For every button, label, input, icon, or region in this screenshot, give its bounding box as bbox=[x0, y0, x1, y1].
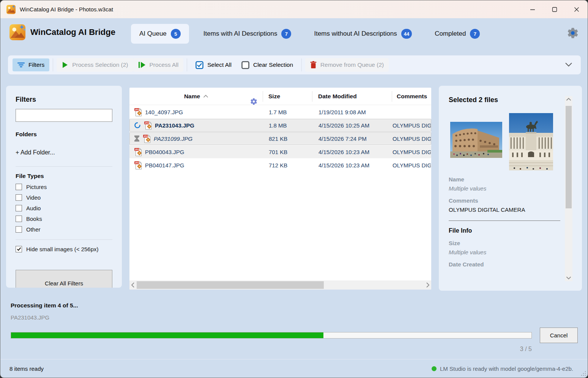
column-header-name[interactable]: Name bbox=[129, 93, 263, 100]
header: WinCatalog AI Bridge AI Queue 5 Items wi… bbox=[0, 18, 588, 49]
scrollbar-thumb[interactable] bbox=[566, 106, 572, 208]
lm-studio-status: LM Studio is ready with model google/gem… bbox=[432, 365, 573, 372]
file-name: PB040147.JPG bbox=[145, 162, 184, 169]
maximize-icon bbox=[552, 7, 557, 12]
filters-button[interactable]: Filters bbox=[13, 58, 49, 71]
date-modified-cell: 4/15/2026 10:23 AM bbox=[313, 149, 393, 155]
progress-bar bbox=[11, 332, 532, 339]
settings-button[interactable] bbox=[566, 27, 579, 39]
column-header-size[interactable]: Size bbox=[263, 93, 312, 100]
checkbox-empty-icon bbox=[16, 194, 22, 201]
process-all-button[interactable]: Process All bbox=[133, 58, 184, 72]
file-name: PB040043.JPG bbox=[145, 149, 184, 155]
comments-cell: OLYMPUS DIGITAL CAMERA bbox=[393, 162, 431, 169]
filetype-audio-checkbox[interactable]: Audio bbox=[16, 205, 112, 211]
name-cell: JPG PB040147.JPG bbox=[130, 161, 263, 170]
tab-completed[interactable]: Completed 7 bbox=[426, 24, 488, 44]
tab-label: Completed bbox=[435, 30, 466, 38]
title-bar: WinCatalog AI Bridge - Photos.w3cat bbox=[0, 0, 588, 18]
select-all-button[interactable]: Select All bbox=[191, 58, 236, 72]
details-panel: Selected 2 files bbox=[439, 86, 582, 291]
column-header-date-modified[interactable]: Date Modified bbox=[312, 93, 392, 100]
filetype-books-checkbox[interactable]: Books bbox=[16, 216, 112, 222]
filetype-other-checkbox[interactable]: Other bbox=[16, 226, 112, 233]
checkbox-empty-icon bbox=[16, 205, 22, 211]
add-folder-button[interactable]: + Add Folder... bbox=[16, 149, 112, 156]
column-divider[interactable] bbox=[263, 91, 263, 102]
toolbar: Filters Process Selection (2) Process Al… bbox=[8, 55, 581, 74]
column-divider[interactable] bbox=[392, 91, 392, 102]
process-all-label: Process All bbox=[150, 61, 179, 68]
details-comments-value: OLYMPUS DIGITAL CAMERA bbox=[449, 206, 560, 213]
table-header: Name Size Date Modified Comments bbox=[129, 88, 431, 105]
checkbox-empty-icon bbox=[241, 61, 249, 69]
table-row[interactable]: JPG PA231099.JPG 821 KB 4/15/2026 7:24 P… bbox=[129, 132, 431, 145]
cancel-button[interactable]: Cancel bbox=[540, 328, 578, 343]
name-cell: JPG PA231043.JPG bbox=[130, 121, 263, 130]
table-row[interactable]: JPG 140_4097.JPG 1.7 MB 1/19/2011 9:08 A… bbox=[129, 106, 431, 118]
scroll-right-icon[interactable] bbox=[426, 282, 430, 288]
window-controls bbox=[522, 0, 588, 18]
checkbox-empty-icon bbox=[16, 226, 22, 233]
play-all-icon bbox=[138, 61, 146, 69]
chevron-down-icon bbox=[565, 62, 572, 67]
tab-items-with-ai-descriptions[interactable]: Items with AI Descriptions 7 bbox=[195, 24, 300, 44]
jpg-file-icon: JPG bbox=[144, 121, 152, 130]
details-size-value: Multiple values bbox=[449, 249, 560, 255]
scroll-up-icon[interactable] bbox=[566, 98, 571, 101]
toolbar-collapse-button[interactable] bbox=[565, 61, 572, 68]
tab-bar: AI Queue 5 Items with AI Descriptions 7 … bbox=[131, 24, 494, 44]
selection-summary: Selected 2 files bbox=[449, 96, 498, 104]
tab-items-without-ai-descriptions[interactable]: Items without AI Descriptions 44 bbox=[306, 24, 420, 44]
minimize-button[interactable] bbox=[522, 0, 544, 18]
hide-small-images-checkbox[interactable]: Hide small images (< 256px) bbox=[16, 246, 112, 252]
file-name: PA231099.JPG bbox=[154, 135, 192, 142]
details-scrollbar[interactable] bbox=[565, 96, 572, 281]
brand: WinCatalog AI Bridge bbox=[9, 24, 115, 40]
close-button[interactable] bbox=[566, 0, 588, 18]
filetype-video-checkbox[interactable]: Video bbox=[16, 194, 112, 201]
resize-grip[interactable] bbox=[580, 370, 586, 376]
toolbar-divider bbox=[53, 58, 53, 71]
table-row[interactable]: JPG PA231043.JPG 1.8 MB 4/15/2026 10:25 … bbox=[129, 119, 431, 132]
details-name-label: Name bbox=[449, 176, 560, 183]
close-icon bbox=[574, 7, 579, 12]
table-row[interactable]: JPG PB040043.JPG 701 KB 4/15/2026 10:23 … bbox=[129, 145, 431, 158]
status-bar: 8 items ready LM Studio is ready with mo… bbox=[0, 359, 588, 378]
details-divider bbox=[449, 220, 560, 221]
thumbnail-monument[interactable] bbox=[509, 113, 553, 170]
scrollbar-thumb[interactable] bbox=[137, 281, 324, 289]
table-row[interactable]: JPG PB040147.JPG 712 KB 4/15/2026 10:23 … bbox=[129, 159, 431, 172]
trash-icon bbox=[310, 61, 317, 69]
filetype-pictures-checkbox[interactable]: Pictures bbox=[16, 184, 112, 190]
clear-selection-button[interactable]: Clear Selection bbox=[236, 58, 298, 72]
remove-from-queue-button[interactable]: Remove from Queue (2) bbox=[305, 58, 389, 72]
sidebar-divider bbox=[16, 239, 112, 240]
window-title: WinCatalog AI Bridge - Photos.w3cat bbox=[20, 6, 113, 13]
horizontal-scrollbar[interactable] bbox=[129, 280, 431, 290]
tab-label: Items with AI Descriptions bbox=[203, 30, 277, 38]
process-selection-button[interactable]: Process Selection (2) bbox=[57, 58, 133, 72]
comments-cell: OLYMPUS DIGITAL CAMERA bbox=[393, 122, 431, 129]
file-list: Name Size Date Modified Comments bbox=[129, 88, 431, 290]
tab-badge: 7 bbox=[470, 29, 480, 39]
column-divider[interactable] bbox=[312, 91, 312, 102]
maximize-button[interactable] bbox=[544, 0, 566, 18]
tab-ai-queue[interactable]: AI Queue 5 bbox=[131, 24, 189, 44]
toolbar-divider bbox=[187, 58, 187, 71]
checkbox-label: Hide small images (< 256px) bbox=[26, 246, 99, 252]
thumbnail-colosseum[interactable] bbox=[450, 122, 502, 158]
scroll-down-icon[interactable] bbox=[566, 276, 571, 280]
clear-all-filters-button[interactable]: Clear All Filters bbox=[16, 270, 112, 288]
folders-label: Folders bbox=[16, 131, 112, 138]
details-name-value: Multiple values bbox=[449, 185, 560, 192]
filter-search-input[interactable] bbox=[16, 109, 112, 122]
checkbox-label: Audio bbox=[26, 205, 41, 211]
column-label: Name bbox=[184, 93, 200, 100]
column-label: Comments bbox=[397, 93, 427, 99]
scroll-left-icon[interactable] bbox=[131, 282, 135, 288]
sidebar-divider bbox=[16, 166, 112, 167]
column-header-comments[interactable]: Comments bbox=[392, 93, 431, 100]
column-settings-button[interactable] bbox=[250, 98, 258, 107]
minimize-icon bbox=[530, 7, 535, 12]
